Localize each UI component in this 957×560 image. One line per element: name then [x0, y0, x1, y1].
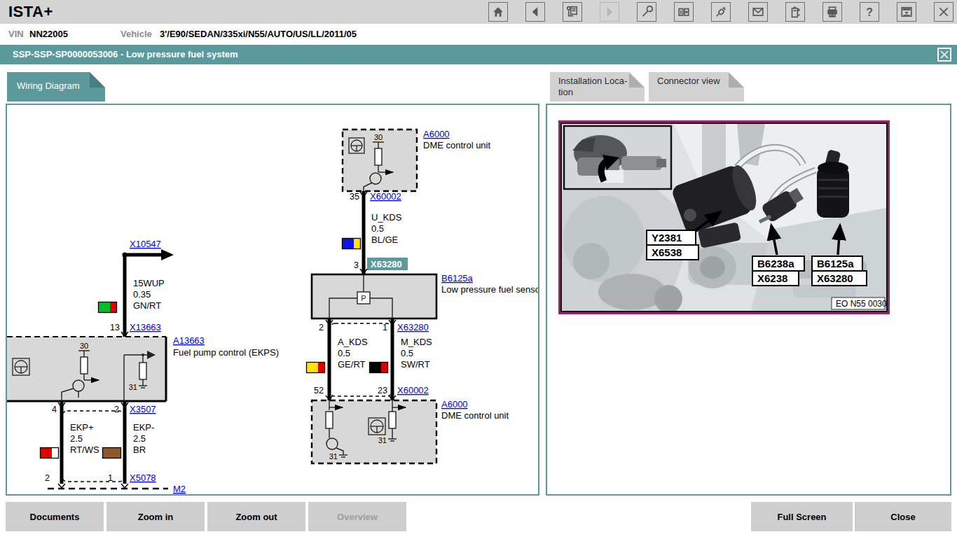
close-button[interactable]: Close [855, 502, 951, 531]
installation-photo: Y2381 X6538 B6238a X6238 B6125a [562, 124, 886, 311]
pin-35: 35 [350, 192, 359, 202]
svg-text:X63280: X63280 [817, 272, 853, 284]
label-b6125a-desc: Low pressure fuel sensor [441, 284, 538, 295]
component-a6000-bottom[interactable]: 31 31 [312, 400, 436, 463]
wire-15wup-size: 0.35 [133, 289, 151, 300]
link-a6000-bottom[interactable]: A6000 [441, 399, 468, 410]
terminal-31: 31 [129, 383, 137, 391]
measuring-devices-button[interactable] [674, 2, 694, 22]
zoom-in-button[interactable]: Zoom in [106, 502, 205, 531]
terminal-30: 30 [80, 342, 88, 350]
tab-fold [629, 72, 645, 88]
link-b6125a[interactable]: B6125a [441, 273, 474, 284]
battery-button[interactable] [785, 2, 805, 22]
link-x13663[interactable]: X13663 [130, 322, 161, 332]
link-x60002-bottom[interactable]: X60002 [397, 385, 429, 396]
close-icon [940, 50, 949, 59]
wire-ekpp-size: 2.5 [70, 433, 83, 444]
wire-ukds-size: 0.5 [371, 223, 384, 234]
terminal-31: 31 [378, 436, 387, 444]
wire-ekpm-size: 2.5 [133, 433, 146, 444]
pin-2: 2 [319, 323, 324, 332]
wire-swatch-ge-rt [307, 363, 325, 373]
wrench-icon [640, 6, 653, 18]
pin-1: 1 [108, 473, 113, 483]
tab-installation-location[interactable]: Installation Loca- tion [550, 72, 645, 102]
wiring-diagram: 30 A6000 DME control unit 35 X60002 U_KD… [7, 105, 538, 494]
close-app-button[interactable] [934, 2, 953, 22]
pin-3: 3 [354, 260, 359, 270]
tab-wiring-diagram[interactable]: Wiring Diagram [7, 72, 105, 102]
svg-text:B6238a: B6238a [757, 258, 794, 270]
close-icon [937, 6, 950, 18]
app-title: ISTA+ [8, 3, 53, 21]
back-button[interactable] [525, 2, 545, 22]
operations-report-icon [566, 6, 579, 18]
vehicle-label: Vehicle [121, 29, 152, 39]
component-a6000-top[interactable]: 30 [343, 130, 417, 191]
link-x3507[interactable]: X3507 [130, 404, 156, 414]
zoom-out-button[interactable]: Zoom out [207, 502, 305, 531]
wire-mkds-size: 0.5 [401, 348, 413, 358]
documents-button[interactable]: Documents [6, 502, 104, 531]
svg-text:EO N55 0030: EO N55 0030 [836, 299, 886, 309]
pin-13: 13 [110, 323, 120, 332]
photo-label-y2381[interactable]: Y2381 X6538 [647, 230, 698, 260]
home-button[interactable] [488, 2, 508, 22]
svg-text:X6538: X6538 [652, 246, 682, 258]
link-a13663[interactable]: A13663 [173, 335, 205, 346]
pin-4: 4 [52, 405, 57, 414]
tab-connector-view[interactable]: Connector view [649, 72, 744, 102]
tab-label: Wiring Diagram [17, 80, 80, 91]
document-close-button[interactable] [937, 48, 951, 62]
tab-fold [729, 72, 744, 88]
link-x10547[interactable]: X10547 [130, 239, 161, 249]
wire-ukds-name: U_KDS [371, 212, 402, 223]
pin-52: 52 [314, 386, 324, 396]
installation-location-panel: Y2381 X6538 B6238a X6238 B6125a [546, 104, 951, 496]
link-x5078[interactable]: X5078 [130, 472, 156, 483]
full-screen-button[interactable]: Full Screen [751, 502, 853, 531]
workshop-tools-button[interactable] [637, 2, 656, 22]
terminal-31: 31 [329, 452, 338, 461]
wire-swatch-sw-rt [370, 363, 388, 373]
wire-mkds-name: M_KDS [401, 337, 432, 347]
wire-akds-color: GE/RT [338, 359, 366, 370]
photo-label-b6125a[interactable]: B6125a X63280 [812, 256, 867, 286]
photo-frame: Y2381 X6538 B6238a X6238 B6125a [558, 120, 890, 314]
pin-1: 1 [383, 323, 387, 332]
component-a13663[interactable]: 30 31 [7, 337, 166, 401]
messages-button[interactable] [748, 2, 768, 22]
link-x63280[interactable]: X63280 [397, 322, 429, 332]
overview-button[interactable]: Overview [308, 502, 406, 531]
wire-ekpm-name: EKP- [133, 422, 154, 433]
pin-23: 23 [378, 386, 387, 396]
help-button[interactable]: ? [860, 2, 879, 22]
tab-label: Connector view [657, 76, 720, 87]
photo-label-b6238a[interactable]: B6238a X6238 [752, 256, 804, 286]
svg-text:Y2381: Y2381 [652, 232, 682, 244]
vehicle-info-bar: VIN NN22005 Vehicle 3'/E90/SEDAN/335xi/N… [0, 24, 957, 43]
print-button[interactable] [822, 2, 842, 22]
operations-report-button[interactable] [563, 2, 582, 22]
forward-button[interactable] [600, 2, 619, 22]
component-b6125a[interactable]: P [312, 274, 436, 318]
home-icon [492, 6, 504, 18]
link-a6000-top[interactable]: A6000 [423, 129, 450, 139]
link-x60002-top[interactable]: X60002 [370, 191, 401, 202]
photo: Y2381 X6538 B6238a X6238 B6125a [560, 122, 888, 312]
vin-value: NN22005 [29, 29, 68, 39]
link-m2[interactable]: M2 [173, 484, 186, 494]
printer-icon [826, 6, 839, 18]
svg-text:X63280: X63280 [371, 259, 402, 270]
connector-x63280-selected[interactable]: X63280 [367, 258, 408, 270]
mail-icon [752, 6, 764, 18]
forward-icon [603, 6, 616, 18]
wire-15wup-color: GN/RT [133, 300, 161, 311]
dock-window-button[interactable] [897, 2, 916, 22]
svg-text:?: ? [866, 6, 873, 18]
wire-swatch-gn-rt [99, 302, 117, 313]
wire-ekpp-color: RT/WS [70, 444, 99, 455]
connection-button[interactable] [711, 2, 731, 22]
resistor-symbol [375, 148, 382, 165]
